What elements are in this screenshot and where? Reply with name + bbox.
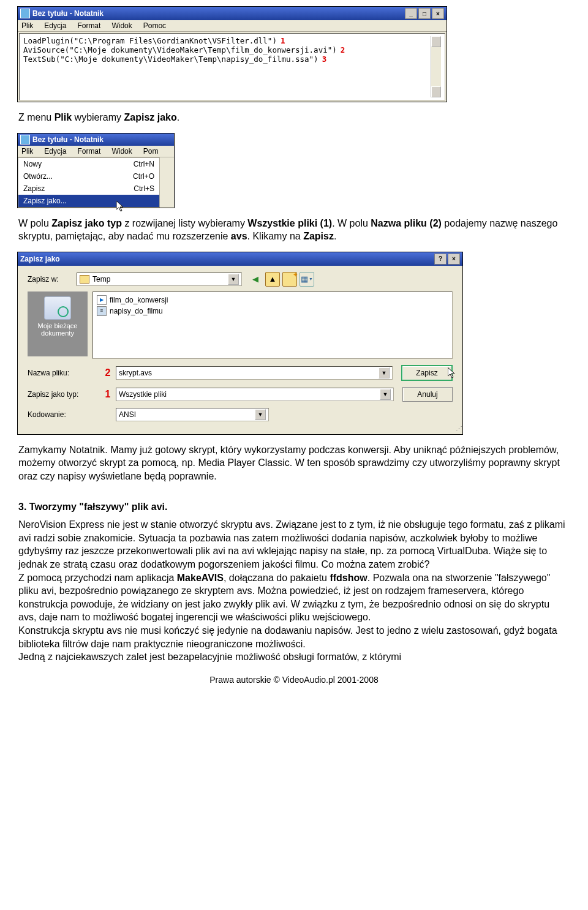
views-icon[interactable]: ▦▼ — [300, 272, 314, 287]
savein-value: Temp — [92, 275, 110, 284]
menu-format[interactable]: Format — [77, 147, 100, 156]
menu-item-otworz[interactable]: Otwórz...Ctrl+O — [18, 170, 159, 182]
file-menu-dropdown: NowyCtrl+N Otwórz...Ctrl+O ZapiszCtrl+S … — [18, 157, 160, 208]
help-button[interactable]: ? — [434, 254, 447, 265]
annotation-type: 1 — [102, 389, 113, 400]
close-button[interactable]: × — [448, 254, 460, 265]
annotation-1: 1 — [281, 36, 285, 45]
savein-label: Zapisz w: — [28, 275, 77, 284]
menu-edycja[interactable]: Edycja — [44, 21, 66, 30]
menubar: Plik Edycja Format Widok Pom — [18, 146, 174, 157]
paragraph-1: Z menu Plik wybieramy Zapisz jako. — [18, 102, 570, 133]
scroll-down-arrow-icon[interactable] — [431, 86, 441, 97]
avi-file-icon: ▶ — [97, 295, 107, 305]
cancel-button[interactable]: Anuluj — [402, 387, 453, 402]
new-folder-icon[interactable]: ✦ — [282, 272, 297, 287]
file-list[interactable]: ▶ film_do_konwersji ≡ napisy_do_filmu — [92, 291, 453, 359]
annotation-filename: 2 — [102, 367, 113, 378]
encoding-label: Kodowanie: — [28, 410, 100, 419]
chevron-down-icon[interactable]: ▼ — [380, 389, 391, 400]
minimize-button[interactable]: _ — [405, 8, 417, 19]
menu-item-zapisz[interactable]: ZapiszCtrl+S — [18, 182, 159, 195]
filename-label: Nazwa pliku: — [28, 369, 100, 377]
code-line-2: AviSource("C:\Moje dokumenty\VideoMaker\… — [23, 45, 337, 55]
menu-pomoc[interactable]: Pomoc — [143, 21, 166, 30]
dialog-title: Zapisz jako — [20, 255, 60, 263]
type-label: Zapisz jako typ: — [28, 390, 100, 399]
list-item[interactable]: ▶ film_do_konwersji — [96, 295, 450, 306]
menu-widok[interactable]: Widok — [111, 147, 132, 156]
folder-icon — [80, 275, 89, 284]
close-button[interactable]: × — [432, 8, 444, 19]
save-button[interactable]: Zapisz — [401, 365, 453, 381]
list-item[interactable]: ≡ napisy_do_filmu — [96, 306, 450, 317]
places-bar[interactable]: Moje bieżące dokumenty — [28, 291, 88, 356]
menu-plik[interactable]: Plik — [21, 21, 33, 30]
chevron-down-icon[interactable]: ▼ — [379, 367, 390, 378]
up-icon[interactable]: ▲ — [265, 272, 280, 287]
maximize-button[interactable]: □ — [418, 8, 431, 19]
titlebar: Bez tytułu - Notatnik — [18, 133, 174, 146]
encoding-combo[interactable]: ANSI ▼ — [116, 408, 269, 421]
menu-plik[interactable]: Plik — [21, 147, 33, 156]
paragraph-4: NeroVision Express nie jest w stanie otw… — [18, 518, 570, 664]
titlebar: Bez tytułu - Notatnik _ □ × — [18, 7, 447, 20]
resize-grip-icon[interactable]: ⋰ — [18, 425, 462, 434]
type-combo[interactable]: Wszystkie pliki ▼ — [116, 388, 394, 401]
window-title: Bez tytułu - Notatnik — [32, 135, 104, 144]
paragraph-2: W polu Zapisz jako typ z rozwijanej list… — [18, 208, 570, 252]
menu-pomoc[interactable]: Pom — [143, 147, 159, 156]
chevron-down-icon[interactable]: ▼ — [255, 409, 266, 420]
notepad-window: Bez tytułu - Notatnik _ □ × Plik Edycja … — [17, 6, 447, 102]
editor[interactable]: LoadPlugin("C:\Program Files\GordianKnot… — [19, 33, 445, 100]
filename-input[interactable]: skrypt.avs ▼ — [116, 366, 393, 380]
menu-widok[interactable]: Widok — [111, 21, 132, 30]
menu-edycja[interactable]: Edycja — [44, 147, 66, 156]
annotation-3: 3 — [322, 55, 327, 64]
footer-copyright: Prawa autorskie © VideoAudio.pl 2001-200… — [0, 675, 588, 685]
menu-item-nowy[interactable]: NowyCtrl+N — [18, 158, 159, 170]
subtitle-file-icon: ≡ — [97, 306, 107, 316]
notepad-icon — [20, 9, 30, 18]
vertical-scrollbar[interactable] — [431, 36, 441, 97]
notepad-window-menu: Bez tytułu - Notatnik Plik Edycja Format… — [17, 133, 175, 208]
scroll-up-arrow-icon[interactable] — [431, 36, 441, 47]
annotation-2: 2 — [341, 45, 345, 55]
window-title: Bez tytułu - Notatnik — [32, 9, 104, 18]
back-icon[interactable]: ◀ — [248, 272, 263, 287]
chevron-down-icon[interactable]: ▼ — [228, 274, 239, 285]
saveas-dialog: Zapisz jako ? × Zapisz w: Temp ▼ ◀ ▲ ✦ ▦… — [17, 252, 463, 435]
code-line-1: LoadPlugin("C:\Program Files\GordianKnot… — [23, 36, 277, 45]
code-line-3: TextSub("C:\Moje dokumenty\VideoMaker\Te… — [23, 55, 318, 64]
paragraph-3: Zamykamy Notatnik. Mamy już gotowy skryp… — [18, 435, 570, 492]
recent-documents-icon[interactable] — [44, 296, 71, 320]
menubar: Plik Edycja Format Widok Pomoc — [18, 20, 447, 32]
places-label: Moje bieżące dokumenty — [30, 322, 85, 337]
titlebar: Zapisz jako ? × — [18, 252, 462, 266]
menu-item-zapisz-jako[interactable]: Zapisz jako... — [18, 195, 159, 207]
notepad-icon — [20, 135, 30, 145]
savein-combo[interactable]: Temp ▼ — [77, 273, 242, 286]
menu-format[interactable]: Format — [77, 21, 100, 30]
section-heading: 3. Tworzymy "fałszywy" plik avi. — [18, 500, 570, 514]
